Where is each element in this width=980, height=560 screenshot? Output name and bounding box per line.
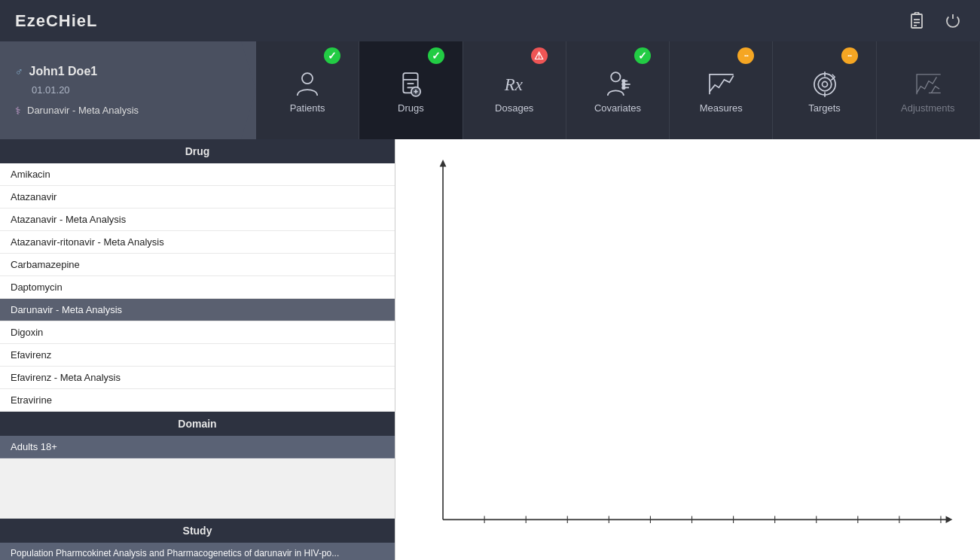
patient-dob: 01.01.20 <box>32 84 226 96</box>
chart-area <box>418 154 957 537</box>
covariates-badge: ✓ <box>634 47 651 64</box>
list-item[interactable]: Efavirenz <box>0 344 395 367</box>
list-item-selected[interactable]: Darunavir - Meta Analysis <box>0 299 395 321</box>
svg-point-18 <box>622 83 625 86</box>
domain-section-header: Domain <box>0 412 395 436</box>
app-title: EzeCHieL <box>15 11 97 31</box>
domain-item[interactable]: Adults 18+ <box>0 436 395 458</box>
power-icon[interactable] <box>941 9 965 33</box>
svg-point-17 <box>622 79 625 82</box>
patient-drug-row: ⚕ Darunavir - Meta Analysis <box>15 105 226 117</box>
measures-badge: ··· <box>737 47 754 64</box>
targets-icon <box>808 68 841 101</box>
svg-point-21 <box>818 78 832 91</box>
tab-dosages[interactable]: ⚠ Rx Dosages <box>463 41 566 139</box>
tab-adjustments-label: Adjustments <box>901 102 955 114</box>
adjustments-icon <box>911 68 945 101</box>
svg-text:Rx: Rx <box>504 75 523 93</box>
nav-tabs: ✓ Patients ✓ Drugs <box>256 41 980 139</box>
left-panel: Drug Amikacin Atazanavir Atazanavir - Me… <box>0 139 395 560</box>
tab-patients[interactable]: ✓ Patients <box>256 41 359 139</box>
svg-marker-28 <box>440 160 447 166</box>
svg-point-19 <box>622 86 625 89</box>
measures-icon <box>704 68 737 101</box>
dosages-icon: Rx <box>498 68 531 101</box>
patient-info: ♂ John1 Doe1 01.01.20 ⚕ Darunavir - Meta… <box>0 41 241 139</box>
tab-drugs[interactable]: ✓ Drugs <box>359 41 463 139</box>
list-item[interactable]: Etravirine <box>0 389 395 412</box>
tab-adjustments[interactable]: Adjustments <box>877 41 980 139</box>
study-item[interactable]: Population Pharmcokinet Analysis and Pha… <box>0 543 395 560</box>
study-section-header: Study <box>0 519 395 543</box>
main-content: Drug Amikacin Atazanavir Atazanavir - Me… <box>0 139 980 560</box>
drugs-icon <box>394 68 427 101</box>
tab-measures-label: Measures <box>700 102 743 114</box>
tab-drugs-label: Drugs <box>398 102 424 114</box>
clipboard-icon[interactable] <box>905 9 929 33</box>
list-item[interactable]: Digoxin <box>0 321 395 344</box>
chart-panel <box>395 139 980 560</box>
patients-icon <box>291 68 324 101</box>
svg-marker-30 <box>946 516 953 523</box>
tab-targets[interactable]: ··· Targets <box>773 41 876 139</box>
list-item[interactable]: Atazanavir - Meta Analysis <box>0 208 395 231</box>
list-item[interactable]: Amikacin <box>0 163 395 186</box>
tab-dosages-label: Dosages <box>495 102 533 114</box>
svg-point-20 <box>814 73 835 94</box>
targets-badge: ··· <box>841 47 858 64</box>
chart-svg <box>418 154 957 537</box>
svg-point-13 <box>611 72 620 81</box>
gender-icon: ♂ <box>15 65 23 78</box>
tab-covariates[interactable]: ✓ Covariates <box>566 41 670 139</box>
arrow-divider <box>241 41 256 139</box>
svg-point-22 <box>822 81 827 87</box>
list-item[interactable]: Atazanavir-ritonavir - Meta Analysis <box>0 231 395 254</box>
dosages-badge: ⚠ <box>531 47 548 64</box>
header-icons <box>905 9 965 33</box>
app-header: EzeCHieL <box>0 0 980 41</box>
patients-badge: ✓ <box>324 47 340 64</box>
patient-drug-label: Darunavir - Meta Analysis <box>27 105 139 116</box>
tab-covariates-label: Covariates <box>594 102 641 114</box>
drug-icon: ⚕ <box>15 105 21 117</box>
list-item[interactable]: Carbamazepine <box>0 254 395 276</box>
list-item[interactable]: Efavirenz - Meta Analysis <box>0 367 395 389</box>
list-item[interactable]: Daptomycin <box>0 276 395 299</box>
tab-measures[interactable]: ··· Measures <box>670 41 773 139</box>
list-item[interactable]: Atazanavir <box>0 186 395 208</box>
patient-nav-bar: ♂ John1 Doe1 01.01.20 ⚕ Darunavir - Meta… <box>0 41 980 139</box>
svg-point-4 <box>302 73 313 84</box>
tab-targets-label: Targets <box>808 102 841 114</box>
drugs-badge: ✓ <box>428 47 444 64</box>
patient-name: John1 Doe1 <box>29 65 98 78</box>
patient-name-row: ♂ John1 Doe1 <box>15 65 226 78</box>
covariates-icon <box>601 68 634 101</box>
tab-patients-label: Patients <box>290 102 325 114</box>
drug-section-header: Drug <box>0 139 395 163</box>
